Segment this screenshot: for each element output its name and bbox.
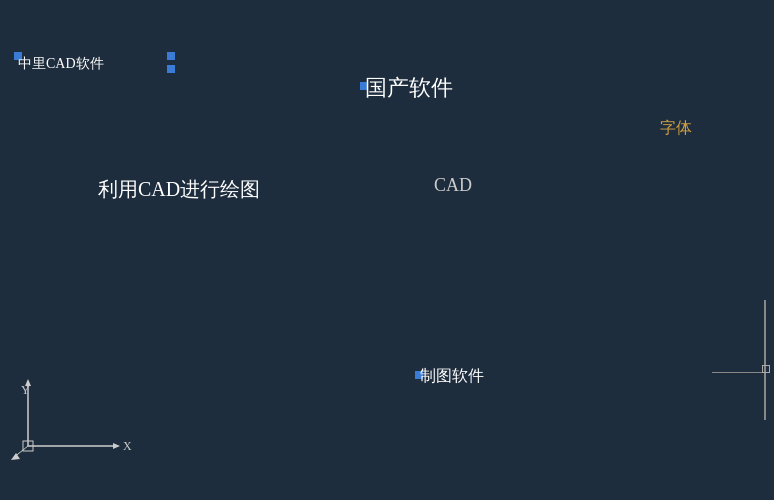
guochan-text: 国产软件 — [365, 73, 453, 103]
svg-marker-3 — [113, 443, 120, 449]
coordinate-axes: Y X — [8, 376, 138, 470]
svg-text:X: X — [123, 439, 132, 453]
guochan-label: 国产软件 — [365, 73, 453, 103]
ziti-text: 字体 — [660, 119, 692, 136]
top-left-text: 中里CAD软件 — [18, 55, 104, 73]
axes-svg: Y X — [8, 376, 138, 466]
cad-canvas: 中里CAD软件 国产软件 字体 利用CAD进行绘图 CAD 制图软件 — [0, 0, 774, 500]
zhitu-text: 制图软件 — [420, 366, 484, 387]
right-handle-square — [762, 365, 770, 373]
main-drawing-text: 利用CAD进行绘图 — [98, 176, 260, 203]
ziti-label: 字体 — [660, 118, 692, 139]
svg-text:Y: Y — [21, 383, 30, 397]
right-vertical-line — [764, 300, 766, 420]
right-horizontal-line — [712, 372, 762, 373]
selection-square-tl3 — [167, 65, 175, 73]
zhitu-label: 制图软件 — [420, 366, 484, 387]
main-drawing-text-content: 利用CAD进行绘图 — [98, 178, 260, 200]
cad-label: CAD — [434, 175, 472, 196]
top-left-label: 中里CAD软件 — [18, 55, 104, 73]
cad-text-content: CAD — [434, 175, 472, 195]
selection-square-tl2 — [167, 52, 175, 60]
